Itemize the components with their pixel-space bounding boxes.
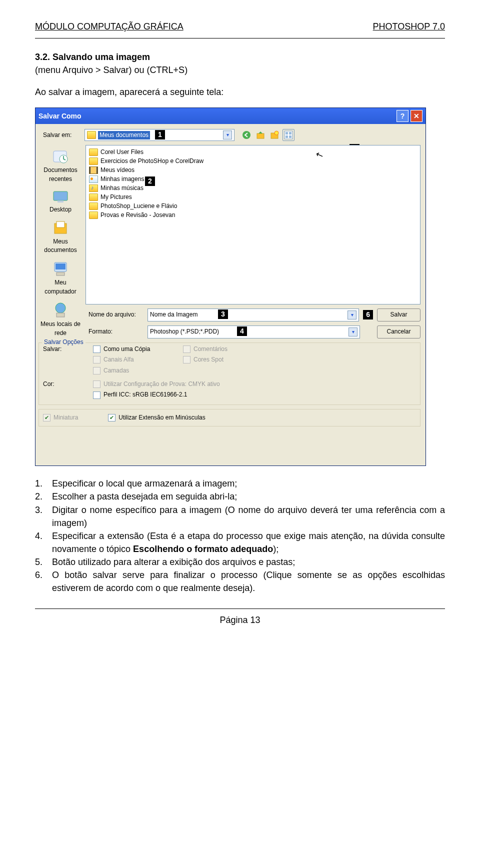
folder-icon xyxy=(89,202,98,210)
section-intro: Ao salvar a imagem, aparecerá a seguinte… xyxy=(35,86,445,98)
svg-point-3 xyxy=(274,131,278,135)
list-item[interactable]: PhotoShop_Luciene e Flávio xyxy=(89,202,417,210)
lower-options-group: ✔Miniatura ✔Utilizar Extensão em Minúscu… xyxy=(38,409,420,426)
sidebar-item-mydocs[interactable]: Meus documentos xyxy=(37,218,84,258)
checkbox-spot: Cores Spot xyxy=(183,356,273,364)
list-item[interactable]: Minhas músicas xyxy=(89,184,417,192)
callout-6: 6 xyxy=(363,310,373,320)
sidebar-item-desktop[interactable]: Desktop xyxy=(37,186,84,217)
list-item-5: Botão utilizado para alterar a exibição … xyxy=(52,556,445,568)
dialog-title: Salvar Como xyxy=(38,111,394,121)
svg-rect-17 xyxy=(56,272,64,276)
folder-icon xyxy=(89,194,98,201)
filename-label: Nome do arquivo: xyxy=(86,310,144,319)
places-sidebar: Documentos recentes Desktop Meus documen… xyxy=(36,143,86,340)
svg-rect-5 xyxy=(286,132,288,134)
checkbox-annotations: Comentários xyxy=(183,345,273,354)
divider xyxy=(35,38,445,38)
checkbox-icc[interactable]: Perfil ICC: sRGB IEC61966-2.1 xyxy=(93,390,273,399)
help-button[interactable]: ? xyxy=(396,110,408,122)
list-item[interactable]: Provas e Revisão - Josevan xyxy=(89,210,417,220)
svg-rect-6 xyxy=(289,132,292,134)
filename-input[interactable]: Nome da Imagem 3 ▾ xyxy=(148,308,359,322)
pictures-folder-icon xyxy=(89,176,98,183)
chevron-down-icon[interactable]: ▾ xyxy=(348,310,356,320)
toolbar xyxy=(240,129,294,141)
svg-point-18 xyxy=(56,303,66,313)
checkbox-as-copy[interactable]: Como uma Cópia xyxy=(93,345,183,354)
view-menu-button[interactable] xyxy=(282,129,294,141)
section-subtitle: (menu Arquivo > Salvar) ou (CTRL+S) xyxy=(35,64,445,76)
sidebar-item-mycomputer[interactable]: Meu computador xyxy=(37,258,84,299)
music-folder-icon xyxy=(89,184,98,192)
callout-4: 4 xyxy=(237,326,247,336)
checkbox-lowercase-ext[interactable]: ✔Utilizar Extensão em Minúsculas xyxy=(108,414,205,422)
svg-rect-11 xyxy=(54,192,68,200)
checkbox-layers: Camadas xyxy=(93,366,183,375)
titlebar[interactable]: Salvar Como ? ✕ xyxy=(36,108,426,124)
section-title: 3.2. Salvando uma imagem xyxy=(35,50,445,64)
chevron-down-icon[interactable]: ▾ xyxy=(348,328,358,336)
save-in-combo[interactable]: Meus documentos ▾ 1 xyxy=(84,129,234,141)
save-options-legend: Salvar Opções xyxy=(42,338,86,346)
svg-rect-19 xyxy=(56,313,64,317)
callout-2: 2 xyxy=(145,176,155,186)
new-folder-button[interactable] xyxy=(268,129,280,141)
sidebar-item-network[interactable]: Meus locais de rede xyxy=(37,299,84,340)
chevron-down-icon[interactable]: ▾ xyxy=(223,130,232,140)
save-button[interactable]: Salvar xyxy=(377,308,420,322)
list-item[interactable]: Meus vídeos xyxy=(89,166,417,174)
close-button[interactable]: ✕ xyxy=(410,110,422,122)
page-header: MÓDULO COMPUTAÇÃO GRÁFICA PHOTOSHOP 7.0 xyxy=(35,20,445,33)
callout-1: 1 xyxy=(155,130,165,140)
svg-rect-12 xyxy=(58,200,64,202)
cancel-button[interactable]: Cancelar xyxy=(377,326,420,338)
list-item[interactable]: My Pictures xyxy=(89,192,417,202)
checkbox-alpha: Canais Alfa xyxy=(93,356,183,364)
svg-rect-1 xyxy=(257,134,264,138)
folder-icon xyxy=(89,158,98,165)
svg-rect-16 xyxy=(56,264,66,270)
callout-3: 3 xyxy=(218,310,228,319)
folder-icon xyxy=(87,131,96,139)
footer-divider xyxy=(35,608,445,609)
folder-icon xyxy=(89,212,98,219)
checkbox-thumbnail: ✔Miniatura xyxy=(43,414,78,422)
list-item-3: Digitar o nome específico para a imagem … xyxy=(52,504,445,530)
header-left: MÓDULO COMPUTAÇÃO GRÁFICA xyxy=(35,20,184,33)
save-as-dialog: Salvar Como ? ✕ Salvar em: Meus document… xyxy=(35,108,426,466)
list-item-6: O botão salvar serve para finalizar o pr… xyxy=(52,568,445,594)
sidebar-item-recent[interactable]: Documentos recentes xyxy=(37,146,84,186)
file-list[interactable]: Corel User Files Exercicios de PhotoSHop… xyxy=(86,145,420,304)
svg-rect-8 xyxy=(289,136,292,138)
svg-rect-14 xyxy=(56,222,64,228)
list-item[interactable]: Minhas imagens xyxy=(89,174,417,184)
page-number: Página 13 xyxy=(35,614,445,626)
list-item-4: Especificar a extensão (Esta é a etapa d… xyxy=(52,530,445,556)
header-right: PHOTOSHOP 7.0 xyxy=(373,20,445,33)
color-section-label: Cor: xyxy=(43,380,93,388)
list-item[interactable]: Corel User Files xyxy=(89,148,417,156)
numbered-list: 1.Especificar o local que armazenará a i… xyxy=(35,477,445,594)
format-combo[interactable]: Photoshop (*.PSD;*.PDD) 4 ▾ xyxy=(148,326,360,338)
up-one-level-button[interactable] xyxy=(254,129,266,141)
list-item[interactable]: Exercicios de PhotoSHop e CorelDraw xyxy=(89,156,417,166)
save-options-group: Salvar Opções Salvar: Como uma Cópia Com… xyxy=(38,342,420,405)
video-folder-icon xyxy=(89,166,98,174)
format-label: Formato: xyxy=(86,328,144,336)
save-in-value: Meus documentos xyxy=(98,131,150,140)
back-button[interactable] xyxy=(240,129,252,141)
svg-point-0 xyxy=(242,131,250,139)
checkbox-proof: Utilizar Configuração de Prova: CMYK ati… xyxy=(93,380,273,388)
svg-rect-7 xyxy=(286,136,288,138)
list-item-1: Especificar o local que armazenará a ima… xyxy=(52,477,445,490)
folder-icon xyxy=(89,148,98,156)
list-item-2: Escolher a pasta desejada em seguida abr… xyxy=(52,490,445,503)
save-in-label: Salvar em: xyxy=(43,131,80,140)
